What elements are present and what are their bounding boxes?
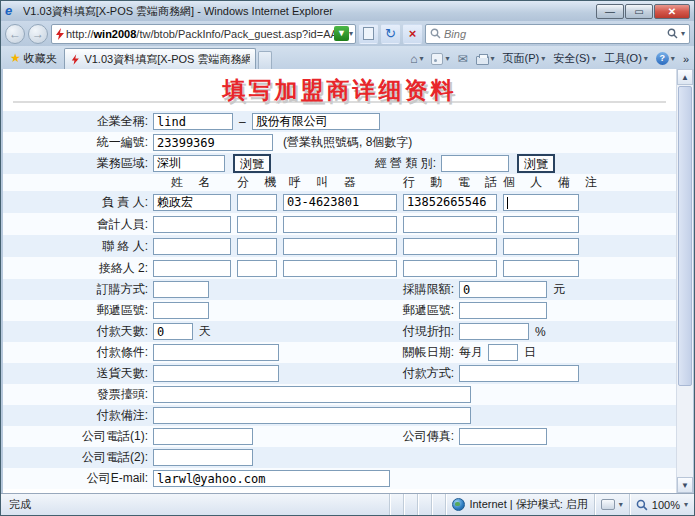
contact-name-input[interactable] [153, 238, 231, 255]
contact-pager-input[interactable] [283, 238, 397, 255]
closing-date-input[interactable] [488, 344, 518, 361]
accountant-mobile-input[interactable] [403, 216, 497, 233]
zoom-control[interactable]: 100% ▾ [629, 494, 694, 515]
contact2-name-input[interactable] [153, 260, 231, 277]
header-pager: 呼 叫 器 [283, 174, 397, 191]
category-input[interactable] [441, 155, 509, 172]
cash-discount-unit: % [535, 325, 546, 339]
search-input[interactable] [444, 28, 664, 40]
contact-mobile-input[interactable] [403, 238, 497, 255]
payment-method-input[interactable] [459, 365, 579, 382]
owner-name-input[interactable] [153, 194, 231, 211]
compatibility-view-button[interactable] [359, 24, 378, 44]
contact2-mobile-input[interactable] [403, 260, 497, 277]
payment-note-input[interactable] [153, 407, 471, 424]
read-mail-button[interactable]: ✉ [455, 51, 471, 67]
window-title: V1.03資料填寫[X-POS 雲端商務網] - Windows Interne… [23, 4, 596, 19]
stop-button[interactable]: × [403, 24, 422, 44]
payment-terms-input[interactable] [153, 344, 279, 361]
purchase-limit-input[interactable] [459, 281, 547, 298]
protected-mode-button[interactable]: ▾ [594, 494, 629, 515]
search-go-icon[interactable] [667, 28, 678, 39]
category-browse-button[interactable]: 浏覽 [517, 154, 555, 173]
delivery-days-input[interactable] [153, 365, 279, 382]
tools-menu[interactable]: 工具(O)▾ [601, 50, 651, 67]
minimize-button[interactable]: — [596, 4, 624, 19]
forward-button[interactable]: → [28, 24, 48, 44]
company-suffix-input[interactable] [252, 113, 380, 130]
order-method-label: 訂購方式: [61, 281, 153, 298]
row-payment-terms: 付款條件: 關帳日期: 每月 日 [3, 342, 676, 363]
contact-note-input[interactable] [503, 238, 579, 255]
close-button[interactable]: ✕ [654, 4, 690, 19]
scroll-down-icon[interactable]: ▼ [677, 477, 693, 493]
region-input[interactable] [153, 155, 225, 172]
owner-mobile-input[interactable] [403, 194, 497, 211]
tab-title: V1.03資料填寫[X-POS 雲端商務網] [84, 52, 249, 67]
tax-id-input[interactable] [153, 134, 273, 151]
safety-menu[interactable]: 安全(S)▾ [550, 50, 599, 67]
search-box[interactable]: ▾ [425, 24, 690, 44]
phone1-input[interactable] [153, 428, 253, 445]
search-dropdown-icon[interactable]: ▾ [681, 29, 685, 38]
company-name-label: 企業全稱: [61, 113, 153, 130]
help-button[interactable]: ?▾ [653, 51, 678, 66]
header-mobile: 行 動 電 話 [403, 174, 497, 191]
owner-pager-input[interactable] [283, 194, 397, 211]
order-method-input[interactable] [153, 281, 209, 298]
owner-ext-input[interactable] [237, 194, 277, 211]
title-bar[interactable]: e V1.03資料填寫[X-POS 雲端商務網] - Windows Inter… [1, 1, 694, 21]
tab-bar: ★ 收藏夹 V1.03資料填寫[X-POS 雲端商務網] ⌂▾ ▾ ✉ ▾ 页面… [1, 46, 694, 69]
page-content: 填写加盟商详细资料 企業全稱: – 統一編號: (營業執照號碼, 8個數字) 業… [1, 69, 694, 493]
print-button[interactable]: ▾ [473, 52, 498, 66]
fax-label: 公司傳真: [353, 428, 459, 445]
contact2-pager-input[interactable] [283, 260, 397, 277]
text-caret [507, 197, 508, 209]
scrollbar-track[interactable] [677, 387, 693, 477]
accountant-pager-input[interactable] [283, 216, 397, 233]
cash-discount-input[interactable] [459, 323, 529, 340]
addon-icon[interactable]: ▼ [334, 26, 349, 41]
page-menu[interactable]: 页面(P)▾ [500, 50, 549, 67]
home-button[interactable]: ⌂▾ [407, 51, 426, 67]
favorites-button[interactable]: ★ 收藏夹 [3, 48, 64, 68]
zip-right-label: 郵遞區號: [353, 302, 459, 319]
cash-discount-label: 付現折扣: [353, 323, 459, 340]
email-input[interactable] [153, 470, 390, 487]
page-title: 填写加盟商详细资料 [223, 75, 457, 106]
refresh-button[interactable]: ↻ [381, 24, 400, 44]
invoice-title-input[interactable] [153, 386, 471, 403]
zip-right-input[interactable] [459, 302, 547, 319]
address-dropdown-icon[interactable]: ▾ [349, 29, 353, 38]
search-icon [430, 28, 441, 39]
toolbar-overflow-button[interactable]: » [680, 52, 692, 66]
zone-text: Internet | 保护模式: 启用 [469, 497, 587, 512]
address-bar[interactable]: http://win2008/tw/btob/PackInfo/Pack_gue… [51, 24, 356, 44]
vertical-scrollbar[interactable]: ▲ ▼ [676, 69, 693, 493]
fax-input[interactable] [459, 428, 547, 445]
contact2-note-input[interactable] [503, 260, 579, 277]
zip-left-input[interactable] [153, 302, 209, 319]
email-label: 公司E-mail: [61, 470, 153, 487]
accountant-ext-input[interactable] [237, 216, 277, 233]
contact2-ext-input[interactable] [237, 260, 277, 277]
accountant-name-input[interactable] [153, 216, 231, 233]
region-browse-button[interactable]: 浏覽 [233, 154, 271, 173]
back-button[interactable]: ← [5, 24, 25, 44]
feeds-button[interactable]: ▾ [428, 52, 452, 66]
restore-button[interactable]: ▭ [625, 4, 653, 19]
row-tax-id: 統一編號: (營業執照號碼, 8個數字) [3, 132, 676, 153]
status-text: 完成 [1, 494, 389, 515]
scroll-up-icon[interactable]: ▲ [677, 69, 693, 85]
tab-active[interactable]: V1.03資料填寫[X-POS 雲端商務網] [64, 48, 256, 69]
owner-note-input[interactable] [503, 194, 579, 211]
accountant-note-input[interactable] [503, 216, 579, 233]
phone2-input[interactable] [153, 449, 253, 466]
company-name-input[interactable] [153, 113, 233, 130]
payment-days-input[interactable] [153, 323, 193, 340]
tab-favicon [70, 54, 81, 65]
new-tab-stub[interactable] [258, 51, 272, 69]
scrollbar-thumb[interactable] [678, 86, 692, 386]
contact-ext-input[interactable] [237, 238, 277, 255]
favorites-label: 收藏夹 [24, 51, 57, 66]
